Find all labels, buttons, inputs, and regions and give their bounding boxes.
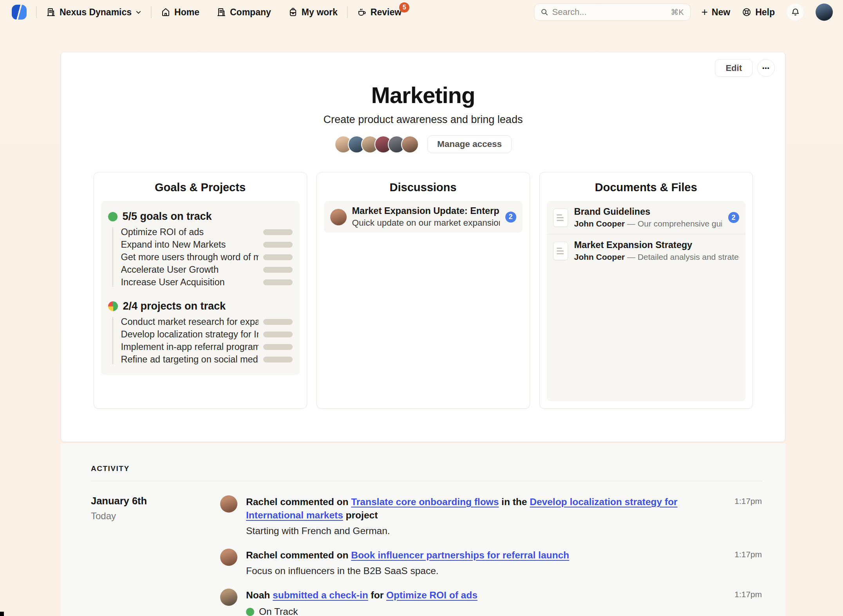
activity-link[interactable]: submitted a check-in — [273, 590, 368, 600]
document-texts: Market Expansion StrategyJohn Cooper — D… — [574, 240, 739, 262]
activity-bold-text: project — [343, 510, 378, 520]
goal-row[interactable]: Accelerate User Growth — [121, 265, 293, 274]
home-icon — [161, 7, 170, 17]
activity-bold-text: in the — [499, 496, 530, 507]
documents-list: Brand GuidelinesJohn Cooper — Our compre… — [547, 201, 745, 401]
goals-summary-label: 5/5 goals on track — [123, 210, 212, 223]
project-row-label: Develop localization strategy for Inter.… — [121, 329, 259, 340]
goal-row[interactable]: Optimize ROI of ads — [121, 227, 293, 237]
nav-label: Home — [174, 7, 199, 18]
chevron-down-icon — [136, 9, 141, 15]
projects-summary-label: 2/4 projects on track — [123, 300, 226, 312]
app-logo[interactable] — [12, 5, 27, 20]
projects-summary: 2/4 projects on track — [108, 300, 293, 312]
goal-row-label: Increase User Acquisition — [121, 277, 259, 288]
member-avatar[interactable] — [401, 136, 419, 153]
goals-projects-card: Goals & Projects 5/5 goals on track Opti… — [94, 172, 307, 409]
search-input[interactable] — [552, 7, 667, 17]
activity-link[interactable]: Translate core onboarding flows — [351, 496, 499, 507]
activity-body-text: Starting with French and German. — [246, 524, 720, 538]
activity-bold-text: Noah — [246, 590, 273, 600]
progress-track — [263, 332, 293, 337]
building-icon — [217, 7, 226, 17]
unread-count-badge: 2 — [505, 212, 516, 223]
search-box[interactable]: ⌘K — [534, 4, 691, 21]
projects-list: Conduct market research for expansio...D… — [112, 317, 293, 364]
progress-track — [263, 242, 293, 248]
coffee-icon — [357, 7, 367, 17]
goal-row[interactable]: Get more users through word of mouth — [121, 252, 293, 262]
document-author: John Cooper — [574, 219, 625, 228]
plus-icon: + — [702, 8, 708, 16]
manage-access-button[interactable]: Manage access — [427, 135, 512, 153]
goal-row[interactable]: Expand into New Markets — [121, 240, 293, 249]
help-button[interactable]: Help — [742, 7, 775, 18]
notifications-button[interactable] — [787, 4, 804, 21]
goal-row[interactable]: Increase User Acquisition — [121, 277, 293, 287]
nav-item-company[interactable]: Company — [217, 7, 271, 18]
new-button[interactable]: + New — [702, 7, 731, 18]
project-row[interactable]: Refine ad targeting on social media pl..… — [121, 355, 293, 364]
activity-link[interactable]: Optimize ROI of ads — [386, 590, 478, 600]
activity-time: 1:17pm — [728, 589, 762, 616]
discussion-item[interactable]: Market Expansion Update: Enterprise ...Q… — [324, 201, 523, 233]
activity-bold-text: for — [368, 590, 386, 600]
project-row-label: Conduct market research for expansio... — [121, 317, 259, 327]
progress-track — [263, 357, 293, 362]
document-item[interactable]: Brand GuidelinesJohn Cooper — Our compre… — [547, 201, 745, 234]
activity-link[interactable]: Book influencer partnerships for referra… — [351, 550, 569, 560]
progress-track — [263, 229, 293, 235]
document-title: Market Expansion Strategy — [574, 240, 739, 250]
document-subtitle: John Cooper — Our comprehensive guide to… — [574, 219, 722, 228]
activity-bold-text: Rachel commented on — [246, 496, 351, 507]
topbar-right: + New Help — [702, 4, 833, 21]
activity-text: Noah submitted a check-in for Optimize R… — [246, 589, 720, 616]
project-row[interactable]: Develop localization strategy for Inter.… — [121, 330, 293, 339]
goal-row-label: Expand into New Markets — [121, 239, 259, 250]
project-row[interactable]: Conduct market research for expansio... — [121, 317, 293, 326]
discussions-list: Market Expansion Update: Enterprise ...Q… — [317, 199, 530, 233]
document-texts: Brand GuidelinesJohn Cooper — Our compre… — [574, 207, 722, 228]
more-options-button[interactable]: ••• — [757, 59, 775, 77]
activity-avatar — [220, 549, 237, 566]
activity-bold-text: Rachel commented on — [246, 550, 351, 560]
team-page-card: Edit ••• Marketing Create product awaren… — [61, 52, 785, 442]
primary-nav: Home Company My work — [161, 7, 338, 18]
workspace-switcher[interactable]: Nexus Dynamics — [46, 7, 141, 18]
doc-line — [557, 220, 564, 221]
activity-body-text: Focus on influencers in the B2B SaaS spa… — [246, 564, 720, 578]
activity-heading: ACTIVITY — [91, 464, 762, 473]
divider — [151, 6, 152, 18]
documents-card: Documents & Files Brand GuidelinesJohn C… — [539, 172, 753, 409]
doc-line — [557, 253, 564, 254]
top-navigation-bar: Nexus Dynamics Home Company My work Revi… — [0, 0, 843, 24]
member-avatar-stack — [335, 136, 419, 153]
discussion-avatar — [330, 209, 347, 225]
user-avatar[interactable] — [816, 4, 833, 21]
goal-row-label: Get more users through word of mouth — [121, 252, 259, 263]
doc-line — [557, 217, 564, 218]
nav-item-review[interactable]: Review 5 — [357, 7, 402, 18]
cursor-artifact — [0, 612, 4, 616]
overview-cards: Goals & Projects 5/5 goals on track Opti… — [71, 172, 775, 409]
project-row[interactable]: Implement in-app referral program wit... — [121, 342, 293, 351]
workspace-name: Nexus Dynamics — [60, 7, 132, 18]
document-item[interactable]: Market Expansion StrategyJohn Cooper — D… — [547, 234, 745, 267]
edit-button[interactable]: Edit — [715, 59, 753, 77]
activity-body: January 6th Today Rachel commented on Tr… — [91, 495, 762, 616]
discussions-card: Discussions Market Expansion Update: Ent… — [317, 172, 530, 409]
nav-item-home[interactable]: Home — [161, 7, 199, 18]
activity-date-column: January 6th Today — [91, 495, 220, 616]
goals-summary: 5/5 goals on track — [108, 210, 293, 223]
nav-item-my-work[interactable]: My work — [288, 7, 338, 18]
activity-entry: Rachel commented on Book influencer part… — [220, 549, 762, 578]
members-row: Manage access — [71, 135, 775, 153]
discussion-texts: Market Expansion Update: Enterprise ...Q… — [352, 206, 500, 228]
discussion-title: Market Expansion Update: Enterprise ... — [352, 206, 500, 216]
help-label: Help — [755, 7, 775, 18]
status-dot — [246, 608, 254, 616]
document-author: John Cooper — [574, 252, 625, 261]
doc-line — [557, 250, 564, 252]
doc-line — [557, 214, 562, 216]
goal-row-label: Accelerate User Growth — [121, 265, 259, 275]
